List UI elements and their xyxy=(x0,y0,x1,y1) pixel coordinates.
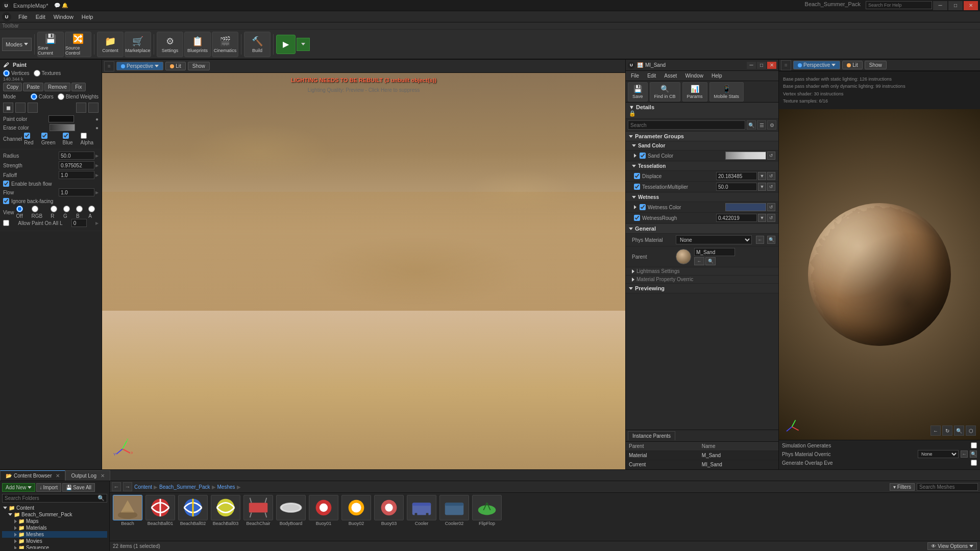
settings-button[interactable]: ⚙ Settings xyxy=(157,32,183,57)
search-options-button[interactable]: ☰ xyxy=(757,120,766,130)
folder-content[interactable]: 📁 Content xyxy=(2,505,107,511)
search-for-help-input[interactable] xyxy=(866,1,932,9)
view-off[interactable]: Off xyxy=(16,206,30,219)
search-submit-button[interactable]: 🔍 xyxy=(747,120,756,130)
swatch-1[interactable]: ◼ xyxy=(3,103,13,113)
swatch-4[interactable] xyxy=(76,103,86,113)
preview-viewport[interactable]: ← ↻ 🔍 ⬡ xyxy=(779,109,980,440)
alpha-channel[interactable]: Alpha xyxy=(81,133,99,145)
displace-dropdown-btn[interactable]: ▼ xyxy=(758,172,766,180)
tess-mult-dropdown-btn[interactable]: ▼ xyxy=(758,183,766,191)
phys-override-arrow-btn[interactable]: ← xyxy=(961,450,968,458)
folder-meshes[interactable]: 📁 Meshes xyxy=(2,531,107,538)
folder-maps[interactable]: 📁 Maps xyxy=(2,518,107,524)
content-browser-tab-close[interactable]: ✕ xyxy=(56,473,60,479)
lit-button[interactable]: Lit xyxy=(165,62,186,70)
paste-button[interactable]: Paste xyxy=(23,83,43,91)
preview-menu-button[interactable]: ≡ xyxy=(781,60,791,70)
view-g[interactable]: G xyxy=(63,206,74,219)
blue-channel[interactable]: Blue xyxy=(63,133,79,145)
tess-mult-checkbox[interactable] xyxy=(634,184,640,190)
filters-button[interactable]: ▾ Filters xyxy=(890,483,915,491)
search-filter-button[interactable]: ⚙ xyxy=(767,120,776,130)
perspective-button[interactable]: Perspective xyxy=(116,62,163,70)
tess-mult-reset-btn[interactable]: ↺ xyxy=(767,183,775,191)
material-property-section[interactable]: Material Property Overric xyxy=(626,276,778,284)
wetness-rough-input[interactable] xyxy=(716,214,757,222)
viewport-canvas[interactable]: LIGHTING NEEDS TO BE REBUILT (3 unbuilt … xyxy=(102,73,625,469)
preview-nav-2[interactable]: ↻ xyxy=(942,425,952,436)
asset-buoy01[interactable]: Buoy01 xyxy=(308,495,339,526)
view-a[interactable]: A xyxy=(88,206,99,219)
phys-override-dropdown[interactable]: None xyxy=(918,450,959,458)
cb-forward-button[interactable]: → xyxy=(123,482,132,491)
folder-search-input[interactable] xyxy=(5,495,97,501)
mat-menu-asset[interactable]: Asset xyxy=(661,71,680,81)
allow-paint-checkbox[interactable] xyxy=(3,220,9,226)
save-all-button[interactable]: 💾 Save All xyxy=(62,483,95,492)
sand-color-header[interactable]: Sand Color xyxy=(626,141,778,151)
content-browser-tab[interactable]: 📂 Content Browser ✕ xyxy=(0,470,65,481)
swatch-3[interactable] xyxy=(28,103,38,113)
copy-button[interactable]: Copy xyxy=(3,83,22,91)
wetness-rough-dropdown-btn[interactable]: ▼ xyxy=(758,214,766,222)
cb-back-button[interactable]: ← xyxy=(112,482,121,491)
general-section-header[interactable]: General xyxy=(626,224,778,234)
import-button[interactable]: ↓ Import xyxy=(36,483,61,492)
view-options-button[interactable]: 👁 View Options xyxy=(927,542,977,550)
textures-radio[interactable]: Textures xyxy=(34,70,61,77)
blend-weights-radio[interactable]: Blend Weights xyxy=(58,93,99,100)
flow-input[interactable] xyxy=(59,188,94,196)
wetness-color-checkbox[interactable] xyxy=(640,204,646,210)
green-channel[interactable]: Green xyxy=(41,133,61,145)
asset-buoy03[interactable]: Buoy03 xyxy=(373,495,405,526)
asset-beachball01[interactable]: BeachBall01 xyxy=(144,495,176,526)
sand-color-checkbox[interactable] xyxy=(640,153,646,159)
folder-sequence[interactable]: 📁 Sequence xyxy=(2,544,107,549)
mat-params-button[interactable]: 📊 Params xyxy=(682,82,707,102)
minimize-button[interactable]: ─ xyxy=(933,1,947,10)
erase-color-swatch[interactable] xyxy=(50,124,75,131)
close-button[interactable]: ✕ xyxy=(964,1,978,10)
mat-menu-window[interactable]: Window xyxy=(682,71,706,81)
view-rgb[interactable]: RGB xyxy=(32,206,49,219)
wetness-color-reset-btn[interactable]: ↺ xyxy=(767,203,775,211)
falloff-input[interactable] xyxy=(59,171,94,179)
asset-beachair[interactable]: BeachChair xyxy=(242,495,274,526)
radius-input[interactable] xyxy=(59,152,94,160)
mat-mobile-stats-button[interactable]: 📱 Mobile Stats xyxy=(709,82,744,102)
folder-materials[interactable]: 📁 Materials xyxy=(2,524,107,531)
modes-dropdown[interactable]: Modes xyxy=(2,38,32,51)
menu-file[interactable]: File xyxy=(14,11,32,22)
asset-beachball02[interactable]: BeachBall02 xyxy=(177,495,209,526)
sand-color-reset-button[interactable]: ↺ xyxy=(767,152,775,160)
parent-back-btn[interactable]: ← xyxy=(694,257,704,265)
mat-save-button[interactable]: 💾 Save xyxy=(628,82,648,102)
phys-material-dropdown[interactable]: None xyxy=(676,235,752,244)
output-log-tab-close[interactable]: ✕ xyxy=(101,473,105,479)
tess-mult-input[interactable] xyxy=(716,183,757,191)
phys-search-btn[interactable]: 🔍 xyxy=(767,236,775,244)
play-dropdown-button[interactable] xyxy=(297,38,310,51)
asset-cooler02[interactable]: Cooler02 xyxy=(438,495,470,526)
mat-menu-edit[interactable]: Edit xyxy=(644,71,659,81)
asset-beach[interactable]: Beach xyxy=(112,495,143,526)
displace-input[interactable] xyxy=(716,172,757,180)
asset-flipflop[interactable]: FlipFlop xyxy=(471,495,503,526)
content-button[interactable]: 📁 Content xyxy=(97,32,124,57)
lightmass-settings-section[interactable]: Lightmass Settings xyxy=(626,267,778,276)
param-groups-header[interactable]: Parameter Groups xyxy=(626,132,778,141)
sand-color-swatch[interactable] xyxy=(725,152,766,160)
cb-search-input[interactable] xyxy=(919,484,975,490)
build-button[interactable]: 🔨 Build xyxy=(244,32,271,57)
material-maximize[interactable]: □ xyxy=(757,62,766,69)
wetness-color-swatch[interactable] xyxy=(725,203,766,211)
play-button[interactable]: ▶ xyxy=(276,35,296,54)
menu-edit[interactable]: Edit xyxy=(32,11,50,22)
menu-window[interactable]: Window xyxy=(50,11,78,22)
wetness-rough-reset-btn[interactable]: ↺ xyxy=(767,214,775,222)
mat-menu-help[interactable]: Help xyxy=(708,71,725,81)
swatch-2[interactable] xyxy=(15,103,26,113)
material-search-input[interactable] xyxy=(628,120,745,130)
phys-arrow-btn[interactable]: ← xyxy=(756,236,764,244)
